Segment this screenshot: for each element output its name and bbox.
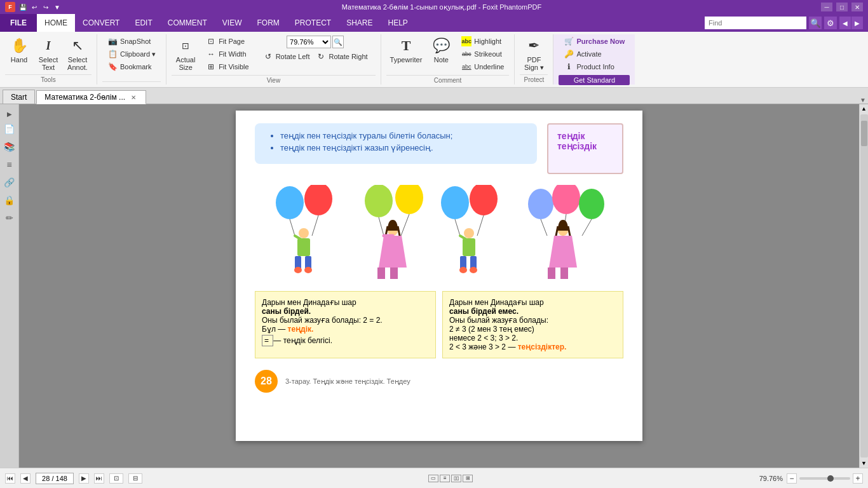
prev-page-btn[interactable]: ◀ [20, 473, 31, 484]
bookmark-btn[interactable]: 🔖 Bookmark [105, 61, 158, 72]
fit-window2-btn[interactable]: ⊟ [128, 473, 142, 484]
tab-start[interactable]: Start [3, 90, 35, 104]
top-content: теңдік пен теңсіздік туралы білетін бола… [255, 123, 623, 174]
menu-share[interactable]: SHARE [339, 14, 380, 32]
zoom-bar[interactable] [799, 477, 850, 480]
rotate-right-btn[interactable]: ↻ Rotate Right [313, 51, 370, 62]
activate-btn[interactable]: 🔑 Activate [561, 48, 627, 60]
right-scrollbar[interactable]: ▲ ▼ [859, 104, 868, 468]
zoom-magnify-btn[interactable]: 🔍 [332, 36, 344, 48]
sidebar-lock-tool[interactable]: 🔒 [2, 193, 17, 208]
right-box-line5: 2 < 3 және 3 > 2 — теңсіздіктер. [449, 342, 616, 351]
girl-balloons-1 [353, 185, 436, 283]
sidebar-page-tool[interactable]: 📄 [2, 121, 17, 137]
search-button[interactable]: 🔍 [809, 17, 822, 29]
tab-pdf[interactable]: Математика 2-бөлім ... ✕ [36, 90, 146, 104]
search-input[interactable] [705, 17, 806, 29]
fit-width-btn[interactable]: ↔ Fit Width [203, 48, 251, 60]
first-page-btn[interactable]: ⏮ [5, 473, 15, 484]
save-qa-btn[interactable]: 💾 [18, 2, 28, 12]
product-info-btn[interactable]: ℹ Product Info [561, 61, 627, 72]
right-box-line3: 2 ≠ 3 (2 мен 3 тең емес) [449, 325, 616, 334]
menu-home[interactable]: HOME [37, 14, 75, 32]
search-options-button[interactable]: ⚙ [824, 17, 837, 29]
continuous-view-btn[interactable]: ≡ [440, 475, 450, 482]
close-btn[interactable]: ✕ [851, 3, 863, 11]
minimize-btn[interactable]: ─ [821, 3, 832, 11]
select-text-btn[interactable]: I SelectText [34, 34, 62, 72]
ribbon-group-snapshot: 📷 SnapShot 📋 Clipboard ▾ 🔖 Bookmark [97, 34, 166, 85]
fit-page-btn[interactable]: ⊡ Fit Page [203, 36, 251, 47]
purchase-now-btn[interactable]: 🛒 Purchase Now [561, 36, 627, 47]
menu-bar: FILE HOME CONVERT EDIT COMMENT VIEW FORM… [0, 14, 868, 32]
select-annotation-btn[interactable]: ↖ SelectAnnot. [64, 34, 92, 72]
clipboard-btn[interactable]: 📋 Clipboard ▾ [105, 48, 158, 60]
highlight-btn[interactable]: abc Highlight [459, 36, 506, 47]
sidebar-collapse-arrow[interactable]: ▶ [6, 109, 13, 119]
strikeout-label: Strikeout [474, 50, 501, 58]
maximize-btn[interactable]: □ [836, 3, 848, 11]
two-page-view-btn[interactable]: ▯▯ [451, 475, 461, 482]
sidebar-link-tool[interactable]: 🔗 [2, 175, 17, 190]
next-page-btn[interactable]: ▶ [79, 473, 89, 484]
tabs-scroll-arrow[interactable]: ▼ [858, 97, 868, 104]
menu-form[interactable]: FORM [249, 14, 287, 32]
single-page-view-btn[interactable]: ▭ [428, 475, 438, 482]
page-input[interactable] [36, 473, 74, 484]
get-standard-btn[interactable]: Get Standard [559, 75, 630, 85]
zoom-plus-btn[interactable]: + [853, 473, 863, 484]
menu-protect[interactable]: PROTECT [287, 14, 339, 32]
menu-edit[interactable]: EDIT [127, 14, 159, 32]
zoom-thumb[interactable] [827, 475, 834, 482]
snapshot-label: SnapShot [120, 37, 151, 45]
snapshot-btn[interactable]: 📷 SnapShot [105, 36, 158, 47]
main-area: ▶ 📄 📚 ≡ 🔗 🔒 ✏ теңдік пен теңсіздік турал… [0, 104, 868, 468]
zoom-minus-btn[interactable]: − [787, 473, 797, 484]
note-icon: 💬 [431, 36, 451, 56]
customize-qa-btn[interactable]: ▼ [52, 2, 62, 12]
note-btn[interactable]: 💬 Note [427, 34, 455, 65]
hand-label: Hand [11, 56, 27, 64]
pdf-sign-btn[interactable]: ✒ PDFSign ▾ [520, 34, 548, 73]
typewriter-btn[interactable]: T Typewriter [386, 34, 426, 65]
menu-convert[interactable]: CONVERT [75, 14, 127, 32]
scroll-down-arrow[interactable]: ▼ [860, 459, 868, 468]
nav-forward-btn[interactable]: ▶ [851, 17, 863, 29]
menu-file[interactable]: FILE [0, 14, 37, 32]
sidebar-signature-tool[interactable]: ✏ [2, 210, 17, 226]
actual-size-btn[interactable]: ⊡ ActualSize [172, 34, 200, 72]
rotate-left-btn[interactable]: ↺ Rotate Left [261, 51, 313, 62]
scroll-up-arrow[interactable]: ▲ [860, 104, 868, 113]
tab-close-btn[interactable]: ✕ [129, 93, 138, 102]
bookmark-label: Bookmark [120, 63, 152, 71]
fit-visible-btn[interactable]: ⊞ Fit Visible [203, 61, 251, 72]
menu-help[interactable]: HELP [380, 14, 415, 32]
two-page-cont-view-btn[interactable]: ⊞ [463, 475, 473, 482]
product-info-label: Product Info [576, 63, 614, 71]
underline-label: Underline [474, 63, 504, 71]
fit-window-btn[interactable]: ⊡ [109, 473, 123, 484]
underline-btn[interactable]: abc Underline [459, 61, 506, 72]
strikeout-btn[interactable]: abc Strikeout [459, 48, 506, 60]
standard-small-group: 🛒 Purchase Now 🔑 Activate ℹ Product Info [559, 34, 630, 74]
left-box-title: Дарын мен Динадағы шар [262, 298, 429, 307]
right-box-line2: Оны былай жазуға болады: [449, 316, 616, 325]
menu-comment[interactable]: COMMENT [160, 14, 215, 32]
hand-tool-btn[interactable]: ✋ Hand [5, 34, 33, 65]
redo-qa-btn[interactable]: ↪ [41, 2, 51, 12]
nav-back-btn[interactable]: ◀ [839, 17, 851, 29]
svg-point-8 [294, 267, 302, 273]
sidebar-bookmark-tool[interactable]: 📚 [2, 139, 17, 154]
underline-icon: abc [461, 62, 471, 72]
sidebar-layers-tool[interactable]: ≡ [2, 157, 17, 172]
last-page-btn[interactable]: ⏭ [94, 473, 104, 484]
menu-view[interactable]: VIEW [215, 14, 250, 32]
undo-qa-btn[interactable]: ↩ [29, 2, 39, 12]
view-group-label: View [172, 75, 375, 85]
zoom-slider-area: − + [787, 473, 863, 484]
boy-balloons-1 [271, 185, 353, 283]
zoom-select[interactable]: 79.76% 50% 75% 100% 125% 150% [287, 36, 331, 48]
scroll-thumb[interactable] [861, 121, 867, 146]
svg-rect-42 [560, 268, 568, 279]
scroll-track[interactable] [860, 114, 868, 458]
